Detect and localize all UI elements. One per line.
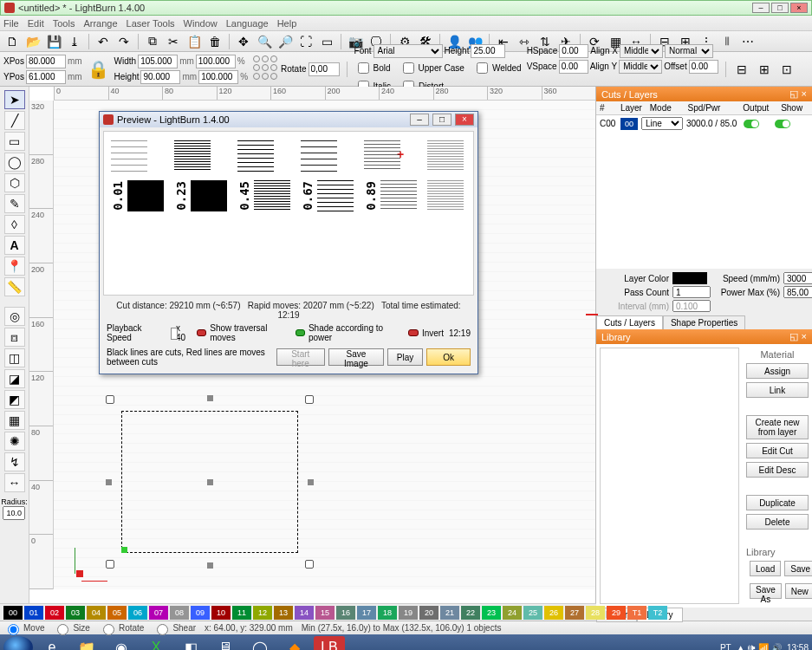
mode-move[interactable] — [8, 624, 19, 635]
zoomout-icon[interactable]: 🔍 — [256, 33, 273, 50]
frame-icon[interactable]: ▭ — [318, 33, 335, 50]
palette-swatch[interactable]: 07 — [149, 606, 168, 620]
palette-swatch[interactable]: 19 — [399, 606, 418, 620]
play-button[interactable]: Play — [387, 348, 423, 366]
measure2-icon[interactable]: ↔ — [4, 473, 25, 492]
palette-swatch[interactable]: 03 — [66, 606, 85, 620]
new-icon[interactable]: 🗋 — [3, 33, 21, 50]
palette-swatch[interactable]: 18 — [378, 606, 397, 620]
menu-arrange[interactable]: Arrange — [83, 18, 117, 29]
shade-toggle[interactable] — [296, 329, 305, 336]
system-tray[interactable]: PT ▲ 🕪 📶 🔊 13:58 — [720, 643, 809, 651]
rotate-input[interactable] — [309, 62, 340, 76]
palette-swatch[interactable]: T2 — [648, 606, 667, 620]
layer-mode-select[interactable]: Line — [641, 117, 683, 130]
palette-swatch[interactable]: 20 — [419, 606, 438, 620]
palette-swatch[interactable]: 02 — [45, 606, 64, 620]
palette-swatch[interactable]: 29 — [607, 606, 626, 620]
palette-swatch[interactable]: 10 — [211, 606, 231, 620]
more-icon[interactable]: ⋯ — [739, 33, 757, 50]
alignobj2-icon[interactable]: ⊞ — [756, 61, 773, 78]
menu-help[interactable]: Help — [277, 18, 297, 29]
traversal-toggle[interactable] — [197, 329, 206, 336]
taskbar-chrome-icon[interactable]: ◉ — [106, 636, 137, 650]
bold-check[interactable] — [358, 62, 369, 74]
zoomin-icon[interactable]: 🔎 — [276, 33, 294, 50]
bool1-icon[interactable]: ◫ — [4, 348, 25, 367]
palette-swatch[interactable]: 13 — [274, 606, 293, 620]
lock-icon[interactable]: 🔒 — [88, 59, 109, 80]
palette-swatch[interactable]: 25 — [523, 606, 542, 620]
pass-input[interactable] — [672, 286, 711, 298]
saveas-button[interactable]: Save As — [750, 583, 782, 599]
anchor-grid[interactable] — [253, 55, 276, 83]
minimize-button[interactable]: – — [752, 3, 770, 13]
tab-shape-properties[interactable]: Shape Properties — [663, 315, 745, 329]
palette-swatch[interactable]: 16 — [336, 606, 355, 620]
palette-swatch[interactable]: 05 — [107, 606, 127, 620]
rect-tool-icon[interactable]: ▭ — [4, 132, 25, 151]
preview-close-button[interactable]: × — [455, 114, 474, 126]
ypos-input[interactable] — [26, 70, 66, 84]
shape-tool-icon[interactable]: ◊ — [4, 215, 25, 234]
editdesc-button[interactable]: Edit Desc — [746, 462, 809, 478]
menu-language[interactable]: Language — [226, 18, 269, 29]
preview-min-button[interactable]: – — [410, 114, 429, 126]
taskbar-rdc-icon[interactable]: 🖥 — [210, 636, 241, 650]
preview-canvas[interactable]: + 0.01 0.23 0.45 0.67 0.89 — [103, 131, 474, 296]
height-input[interactable] — [140, 70, 180, 84]
cut-icon[interactable]: ✂ — [165, 33, 182, 50]
menu-tools[interactable]: Tools — [53, 18, 75, 29]
create-new-button[interactable]: Create new from layer — [746, 415, 809, 439]
measure-tool-icon[interactable]: 📏 — [4, 277, 25, 296]
xpos-input[interactable] — [26, 55, 66, 68]
start-button[interactable] — [3, 636, 33, 650]
invert-toggle[interactable] — [408, 329, 419, 336]
pan-icon[interactable]: ✥ — [235, 33, 252, 50]
palette-swatch[interactable]: 00 — [3, 606, 23, 620]
taskbar-excel-icon[interactable]: X — [140, 636, 172, 650]
aligny-select[interactable]: Middle — [619, 60, 662, 74]
menu-file[interactable]: File — [3, 18, 19, 29]
saveimage-button[interactable]: Save Image — [328, 348, 384, 366]
save-icon[interactable]: 💾 — [45, 33, 62, 50]
palette-swatch[interactable]: 22 — [461, 606, 480, 620]
select-tool-icon[interactable]: ➤ — [4, 90, 25, 109]
libsave-button[interactable]: Save — [784, 561, 812, 576]
palette-swatch[interactable]: 01 — [24, 606, 43, 620]
width-input[interactable] — [138, 55, 178, 68]
cuts-layers-body[interactable]: C00 00 Line 3000.0 / 85.0 — [596, 115, 812, 269]
library-list[interactable] — [600, 348, 739, 604]
library-header[interactable]: Library ◱× — [596, 329, 812, 344]
palette-swatch[interactable]: 17 — [357, 606, 376, 620]
palette-swatch[interactable]: 06 — [128, 606, 147, 620]
lib-close-icon[interactable]: × — [802, 331, 807, 342]
menu-edit[interactable]: Edit — [28, 18, 44, 29]
menu-window[interactable]: Window — [184, 18, 218, 29]
wpct-input[interactable] — [196, 55, 236, 68]
delete-icon[interactable]: 🗑 — [206, 33, 224, 50]
taskbar-ie-icon[interactable]: e — [36, 636, 68, 650]
text-tool-icon[interactable]: A — [4, 236, 25, 255]
palette-swatch[interactable]: 26 — [544, 606, 563, 620]
preview-max-button[interactable]: □ — [432, 114, 451, 126]
tab-cuts-layers[interactable]: Cuts / Layers — [596, 315, 663, 329]
hpct-input[interactable] — [198, 70, 238, 84]
grid-tool-icon[interactable]: ▦ — [4, 411, 25, 430]
copy-icon[interactable]: ⧉ — [144, 33, 161, 50]
node-edit-icon[interactable]: ✎ — [4, 194, 25, 213]
palette-swatch[interactable]: 21 — [440, 606, 459, 620]
taskbar-explorer-icon[interactable]: 📁 — [71, 636, 102, 650]
output-toggle[interactable] — [744, 120, 759, 128]
close-button[interactable]: × — [790, 3, 808, 13]
import-icon[interactable]: ⤓ — [66, 33, 83, 50]
palette-swatch[interactable]: 04 — [87, 606, 106, 620]
open-icon[interactable]: 📂 — [24, 33, 42, 50]
ellipse-tool-icon[interactable]: ◯ — [4, 153, 25, 172]
palette-swatch[interactable]: 08 — [170, 606, 189, 620]
layercolor-swatch[interactable] — [672, 272, 707, 284]
weld-tool-icon[interactable]: ⧈ — [4, 328, 25, 347]
vspace-input[interactable] — [559, 60, 588, 74]
hspace-input[interactable] — [559, 44, 588, 58]
zoomfit-icon[interactable]: ⛶ — [297, 33, 315, 50]
